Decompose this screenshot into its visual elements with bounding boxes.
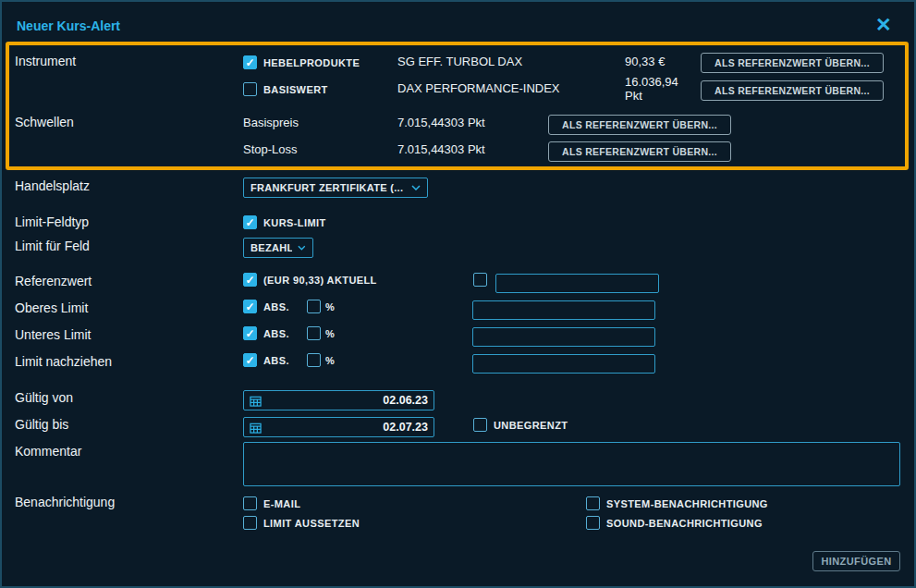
close-icon: ✕ bbox=[875, 14, 892, 35]
referenzwert-custom-input[interactable] bbox=[495, 274, 659, 293]
oberes-limit-label: Oberes Limit bbox=[15, 300, 88, 315]
handelsplatz-label: Handelsplatz bbox=[15, 178, 90, 193]
limit-nachziehen-label: Limit nachziehen bbox=[15, 354, 112, 369]
unteres-limit-input[interactable] bbox=[472, 327, 655, 347]
handelsplatz-selected-value: FRANKFURT ZERTIFIKATE (... bbox=[250, 182, 403, 193]
limit-nachziehen-pct-label: % bbox=[325, 355, 335, 366]
basiswert-label: BASISWERT bbox=[263, 84, 328, 95]
basiswert-instrument-name: DAX PERFORMANCE-INDEX bbox=[397, 81, 560, 95]
limit-nachziehen-pct-checkbox[interactable]: ✓ bbox=[307, 353, 321, 367]
uebernehmen-button-stop-loss[interactable]: ALS REFERENZWERT ÜBERN... bbox=[548, 141, 731, 162]
oberes-limit-abs-label: ABS. bbox=[263, 301, 289, 312]
hebelprodukte-checkbox[interactable]: ✓ bbox=[243, 55, 257, 69]
unteres-limit-abs-checkbox[interactable]: ✓ bbox=[243, 326, 257, 340]
system-benachrichtigung-checkbox[interactable]: ✓ bbox=[586, 496, 600, 510]
check-icon: ✓ bbox=[245, 355, 254, 366]
limit-aussetzen-label: LIMIT AUSSETZEN bbox=[263, 518, 360, 529]
kurs-limit-label: KURS-LIMIT bbox=[263, 217, 326, 228]
referenzwert-label: Referenzwert bbox=[15, 274, 92, 288]
hinzufuegen-button[interactable]: HINZUFÜGEN bbox=[812, 551, 900, 571]
hebelprodukte-label: HEBELPRODUKTE bbox=[263, 57, 360, 68]
neuer-kurs-alert-dialog: Neuer Kurs-Alert ✕ Instrument ✓ HEBELPRO… bbox=[0, 0, 916, 588]
limit-nachziehen-abs-label: ABS. bbox=[263, 355, 289, 366]
email-checkbox[interactable]: ✓ bbox=[243, 496, 257, 510]
limit-nachziehen-abs-checkbox[interactable]: ✓ bbox=[243, 353, 257, 367]
close-button[interactable]: ✕ bbox=[875, 15, 892, 34]
unteres-limit-pct-checkbox[interactable]: ✓ bbox=[307, 326, 321, 340]
calendar-icon[interactable] bbox=[250, 422, 262, 434]
gueltig-von-input[interactable] bbox=[267, 394, 428, 407]
hebelprodukte-instrument-name: SG EFF. TURBOL DAX bbox=[397, 55, 522, 68]
oberes-limit-input[interactable] bbox=[472, 300, 655, 320]
check-icon: ✓ bbox=[245, 217, 254, 228]
limit-feldtyp-label: Limit-Feldtyp bbox=[15, 214, 89, 229]
referenzwert-aktuell-label: (EUR 90,33) AKTUELL bbox=[263, 275, 377, 286]
referenzwert-aktuell-checkbox[interactable]: ✓ bbox=[243, 273, 257, 287]
gueltig-bis-label: Gültig bis bbox=[15, 417, 68, 432]
chevron-down-icon bbox=[411, 185, 421, 190]
kommentar-textarea[interactable] bbox=[243, 442, 900, 486]
benachrichtigung-label: Benachrichtigung bbox=[15, 495, 115, 509]
stop-loss-label: Stop-Loss bbox=[243, 142, 298, 156]
limit-fuer-feld-select[interactable]: BEZAHLT bbox=[243, 238, 313, 258]
calendar-icon[interactable] bbox=[250, 395, 262, 407]
basiswert-checkbox[interactable]: ✓ bbox=[243, 82, 257, 96]
uebernehmen-button-hebelprodukte[interactable]: ALS REFERENZWERT ÜBERN... bbox=[701, 53, 884, 73]
gueltig-von-label: Gültig von bbox=[15, 390, 73, 405]
check-icon: ✓ bbox=[245, 301, 254, 312]
limit-fuer-feld-selected-value: BEZAHLT bbox=[250, 242, 292, 253]
limit-aussetzen-checkbox[interactable]: ✓ bbox=[243, 516, 257, 530]
kurs-limit-checkbox[interactable]: ✓ bbox=[243, 215, 257, 229]
uebernehmen-button-basispreis[interactable]: ALS REFERENZWERT ÜBERN... bbox=[548, 115, 731, 135]
oberes-limit-pct-label: % bbox=[325, 301, 335, 312]
instrument-label: Instrument bbox=[15, 54, 76, 68]
kommentar-label: Kommentar bbox=[15, 444, 81, 459]
check-icon: ✓ bbox=[245, 275, 254, 286]
basispreis-value: 7.015,44303 Pkt bbox=[397, 116, 485, 129]
check-icon: ✓ bbox=[245, 328, 254, 339]
limit-fuer-feld-label: Limit für Feld bbox=[15, 239, 90, 253]
basispreis-label: Basispreis bbox=[243, 116, 299, 129]
gueltig-bis-field[interactable] bbox=[243, 417, 434, 437]
uebernehmen-button-basiswert[interactable]: ALS REFERENZWERT ÜBERN... bbox=[701, 80, 884, 101]
dialog-title: Neuer Kurs-Alert bbox=[17, 18, 120, 33]
limit-nachziehen-input[interactable] bbox=[472, 354, 655, 374]
oberes-limit-abs-checkbox[interactable]: ✓ bbox=[243, 300, 257, 313]
stop-loss-value: 7.015,44303 Pkt bbox=[397, 142, 485, 156]
chevron-down-icon bbox=[298, 245, 306, 251]
sound-benachrichtigung-label: SOUND-BENACHRICHTIGUNG bbox=[606, 518, 763, 529]
unteres-limit-pct-label: % bbox=[325, 328, 335, 339]
basiswert-price: 16.036,94 Pkt bbox=[625, 75, 691, 103]
handelsplatz-select[interactable]: FRANKFURT ZERTIFIKATE (... bbox=[243, 178, 428, 198]
schwellen-label: Schwellen bbox=[15, 115, 74, 129]
gueltig-von-field[interactable] bbox=[243, 390, 434, 410]
sound-benachrichtigung-checkbox[interactable]: ✓ bbox=[586, 516, 600, 530]
check-icon: ✓ bbox=[245, 57, 254, 68]
gueltig-bis-input[interactable] bbox=[267, 421, 428, 434]
unbegrenzt-label: UNBEGRENZT bbox=[494, 420, 568, 431]
unbegrenzt-checkbox[interactable]: ✓ bbox=[473, 418, 487, 432]
unteres-limit-abs-label: ABS. bbox=[263, 328, 289, 339]
hebelprodukte-price: 90,33 € bbox=[625, 55, 665, 68]
referenzwert-custom-checkbox[interactable]: ✓ bbox=[473, 273, 487, 287]
oberes-limit-pct-checkbox[interactable]: ✓ bbox=[307, 300, 321, 313]
unteres-limit-label: Unteres Limit bbox=[15, 327, 91, 342]
system-benachrichtigung-label: SYSTEM-BENACHRICHTIGUNG bbox=[606, 498, 768, 509]
email-label: E-MAIL bbox=[263, 498, 300, 509]
